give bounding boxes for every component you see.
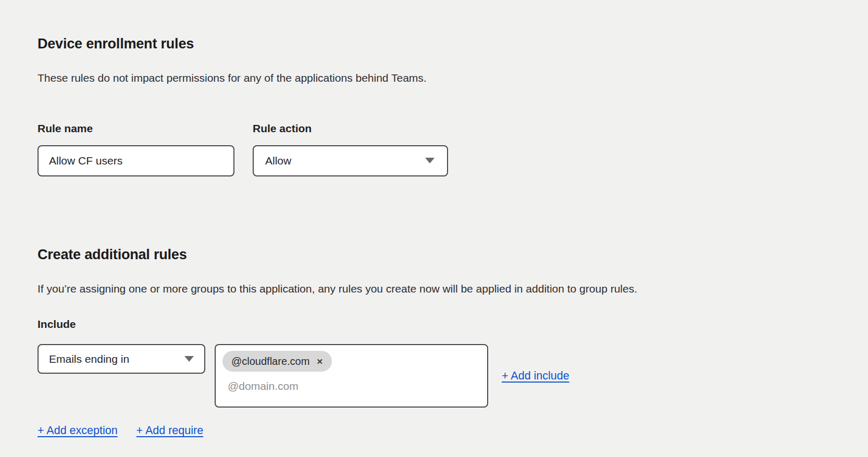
chevron-down-icon — [184, 356, 194, 362]
add-exception-link[interactable]: + Add exception — [38, 424, 118, 437]
chevron-down-icon — [425, 158, 435, 163]
page-title: Device enrollment rules — [38, 36, 868, 51]
additional-rules-section: Create additional rules If you’re assign… — [38, 247, 868, 438]
rule-action-field-group: Rule action Allow — [253, 122, 448, 176]
rule-action-selected-value: Allow — [265, 155, 291, 167]
bottom-links-row: + Add exception + Add require — [38, 424, 868, 437]
rule-name-field-group: Rule name — [38, 122, 234, 176]
rule-action-select[interactable]: Allow — [253, 145, 448, 176]
add-include-link[interactable]: + Add include — [502, 370, 569, 382]
add-require-link[interactable]: + Add require — [137, 424, 204, 437]
add-include-wrap: + Add include — [502, 370, 569, 383]
additional-rules-description: If you’re assigning one or more groups t… — [38, 282, 868, 296]
email-domain-tag: @cloudflare.com ✕ — [222, 351, 332, 372]
include-selector-select[interactable]: Emails ending in — [38, 344, 205, 374]
include-label: Include — [38, 318, 868, 331]
domain-input[interactable] — [227, 379, 393, 393]
rule-name-label: Rule name — [38, 122, 234, 135]
additional-rules-title: Create additional rules — [38, 247, 868, 262]
email-domain-tag-label: @cloudflare.com — [231, 356, 309, 367]
rule-fields-row: Rule name Rule action Allow — [38, 122, 868, 176]
device-enrollment-page: Device enrollment rules These rules do n… — [0, 0, 868, 437]
include-selector-value: Emails ending in — [49, 353, 129, 365]
include-rule-row: Emails ending in @cloudflare.com ✕ + Add… — [38, 344, 868, 408]
rule-action-label: Rule action — [253, 122, 448, 135]
email-domains-field[interactable]: @cloudflare.com ✕ — [215, 344, 488, 408]
page-description: These rules do not impact permissions fo… — [38, 71, 868, 85]
remove-tag-icon[interactable]: ✕ — [316, 358, 323, 365]
rule-name-input[interactable] — [38, 145, 234, 176]
